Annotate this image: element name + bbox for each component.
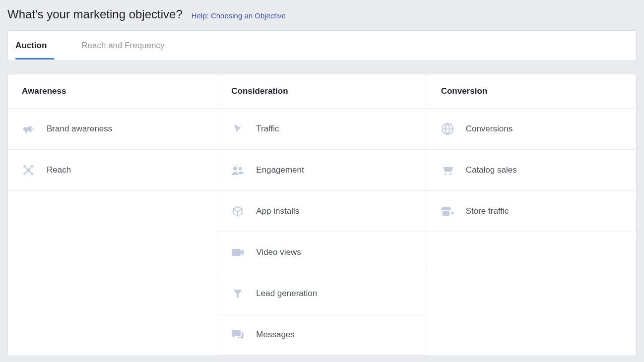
megaphone-icon [18,121,39,136]
objective-label: Reach [47,165,71,175]
chat-icon [227,327,248,342]
objective-label: Brand awareness [47,124,112,134]
svg-point-13 [450,173,451,175]
objective-catalog-sales[interactable]: Catalog sales [427,150,636,191]
objective-reach[interactable]: Reach [8,150,217,191]
store-icon [437,204,458,219]
objective-label: Conversions [466,124,513,134]
cursor-icon [227,121,248,136]
column-awareness: Awareness Brand awareness Reach [8,74,217,356]
svg-point-8 [237,165,238,166]
objective-video-views[interactable]: Video views [217,232,426,273]
objective-label: Store traffic [466,206,509,216]
network-icon [18,163,39,178]
box-icon [227,204,248,219]
tab-reach-frequency[interactable]: Reach and Frequency [81,31,172,60]
objectives-container: Awareness Brand awareness Reach Consider… [7,74,637,356]
globe-icon [437,121,458,136]
column-consideration: Consideration Traffic Engagement App ins… [217,74,427,356]
objective-label: Messages [256,330,294,340]
objective-label: App installs [256,206,299,216]
objective-brand-awareness[interactable]: Brand awareness [8,109,217,150]
help-link[interactable]: Help: Choosing an Objective [192,11,286,20]
cart-icon [437,163,458,178]
column-header-awareness: Awareness [8,74,217,109]
svg-point-5 [233,167,237,171]
objective-conversions[interactable]: Conversions [427,109,636,150]
objective-messages[interactable]: Messages [217,314,426,356]
column-header-conversion: Conversion [427,74,636,109]
objective-label: Lead generation [256,289,317,299]
svg-rect-10 [232,249,241,256]
objective-label: Catalog sales [466,165,517,175]
objective-app-installs[interactable]: App installs [217,191,426,232]
objective-label: Engagement [256,165,304,175]
funnel-icon [227,286,248,301]
svg-point-7 [235,165,236,166]
objective-label: Traffic [256,124,279,134]
objective-store-traffic[interactable]: Store traffic [427,191,636,232]
people-icon [227,163,248,178]
column-conversion: Conversion Conversions Catalog sales Sto… [427,74,636,356]
column-header-consideration: Consideration [217,74,426,109]
video-icon [227,245,248,260]
tabs-container: Auction Reach and Frequency [7,30,637,61]
svg-point-14 [451,212,453,215]
objective-label: Video views [256,247,301,257]
svg-point-6 [239,167,242,170]
objective-traffic[interactable]: Traffic [217,109,426,150]
objective-engagement[interactable]: Engagement [217,150,426,191]
objective-lead-generation[interactable]: Lead generation [217,273,426,314]
svg-point-9 [240,165,241,166]
svg-point-12 [445,173,447,175]
page-title: What's your marketing objective? [7,7,183,21]
tab-auction[interactable]: Auction [15,31,54,60]
